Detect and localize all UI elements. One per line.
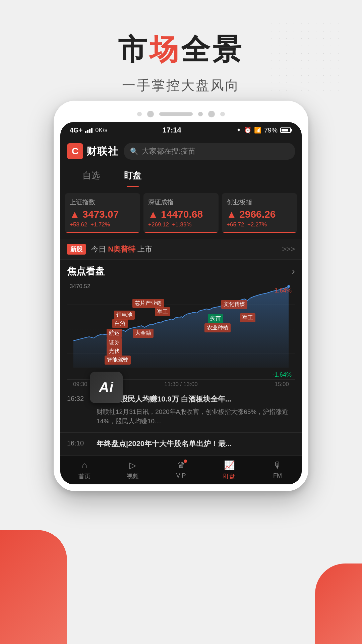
nav-tabs: 自选 盯盘 [60, 164, 302, 187]
page-title: 市场全景 [0, 30, 362, 69]
new-stock-name: N奥普特 [108, 245, 135, 253]
tab-active-indicator [127, 186, 139, 187]
ai-label: Ai [99, 379, 114, 395]
index-value-3: ▲ 2966.26 [227, 209, 292, 220]
phone-dot-4 [220, 112, 225, 116]
news-item-2[interactable]: 16:10 年终盘点|2020年十大牛股名单出炉！最... [60, 432, 302, 455]
sector-tag-lithium: 锂电池 [114, 311, 135, 320]
new-stock-text: 今日 N奥普特 上市 [91, 244, 152, 254]
sector-tag-agri: 农业种植 [204, 323, 231, 332]
index-change-3: +65.72 +2.27% [227, 221, 292, 228]
nav-item-video[interactable]: ▷ 视频 [109, 455, 157, 484]
index-name-1: 上证指数 [70, 198, 135, 207]
index-card-shzs[interactable]: 上证指数 ▲ 3473.07 +58.62 +1.72% [65, 193, 140, 233]
status-right: ✦ ⏰ 📶 79% [236, 126, 292, 134]
index-bar-2 [143, 232, 219, 233]
logo-icon: C [67, 143, 83, 159]
sector-tag-baijiu: 白酒 [112, 319, 128, 328]
home-label: 首页 [78, 472, 90, 480]
status-time: 17:14 [163, 126, 181, 135]
home-icon: ⌂ [82, 460, 87, 471]
video-label: 视频 [127, 472, 139, 480]
nav-item-dingpan[interactable]: 📈 盯盘 [205, 455, 253, 484]
red-shape-left [0, 530, 67, 644]
index-name-2: 深证成指 [148, 198, 214, 207]
tab-dingpan[interactable]: 盯盘 [112, 164, 154, 187]
battery-icon [280, 127, 292, 133]
bottom-nav: ⌂ 首页 ▷ 视频 ♛ VIP 📈 盯盘 🎙 FM [60, 455, 302, 484]
news-title-2: 年终盘点|2020年十大牛股名单出炉！最... [97, 439, 295, 449]
phone-screen: 4G+ 0K/s 17:14 ✦ ⏰ 📶 79% [60, 122, 302, 484]
phone-camera [198, 112, 203, 116]
vip-label: VIP [176, 472, 186, 479]
status-bar: 4G+ 0K/s 17:14 ✦ ⏰ 📶 79% [60, 122, 302, 138]
news-desc-1: 财联社12月31日讯，2020年A股收官，创业板指大涨65%，沪指涨近14%，股… [97, 407, 295, 426]
index-value-1: ▲ 3473.07 [70, 209, 135, 220]
index-change-1: +58.62 +1.72% [70, 221, 135, 228]
index-bar-3 [222, 232, 297, 233]
news-title-1: 2020年股民人均赚10.9万 白酒板块全年... [97, 394, 295, 405]
logo-name: 财联社 [86, 145, 119, 158]
battery-label: 79% [264, 126, 278, 134]
new-stock-banner[interactable]: 新股 今日 N奥普特 上市 >>> [60, 239, 302, 260]
chart-y-top: 3470.52 [70, 283, 90, 290]
index-card-szcz[interactable]: 深证成指 ▲ 14470.68 +269.12 +1.89% [143, 193, 219, 233]
focus-header: 焦点看盘 › [67, 265, 295, 278]
wifi-icon: 📶 [254, 126, 261, 134]
news-content-2: 年终盘点|2020年十大牛股名单出炉！最... [97, 439, 295, 449]
chart-time-end: 15:00 [275, 381, 289, 388]
alarm-icon: ⏰ [244, 126, 251, 134]
chart-percent-high: 1.64% [275, 287, 292, 294]
new-stock-arrow: >>> [282, 245, 295, 254]
search-placeholder: 大家都在搜:疫苗 [142, 146, 195, 156]
index-card-cyb[interactable]: 创业板指 ▲ 2966.26 +65.72 +2.27% [222, 193, 297, 233]
market-indices: 上证指数 ▲ 3473.07 +58.62 +1.72% 深证成指 ▲ 1447… [60, 187, 302, 239]
xingu-badge: 新股 [67, 244, 86, 255]
app-logo[interactable]: C 财联社 [67, 143, 119, 159]
sector-tag-finance: 大金融 [133, 329, 154, 338]
phone-top-bar [60, 107, 302, 122]
phone-dot-1 [137, 112, 142, 116]
fm-label: FM [273, 472, 282, 479]
vip-dot [184, 460, 187, 463]
phone-dot-3 [208, 111, 215, 117]
search-bar[interactable]: 🔍 大家都在搜:疫苗 [124, 143, 295, 160]
bluetooth-icon: ✦ [236, 126, 241, 134]
title-accent: 场 [149, 33, 181, 65]
index-value-2: ▲ 14470.68 [148, 209, 214, 220]
page-subtitle: 一手掌控大盘风向 [0, 76, 362, 95]
status-left: 4G+ 0K/s [70, 126, 107, 134]
sector-tag-securities: 证券 [107, 338, 122, 347]
focus-arrow[interactable]: › [292, 266, 295, 277]
red-shape-right [315, 564, 362, 644]
news-time-1: 16:32 [67, 394, 90, 426]
sector-tag-auto: 智能驾驶 [105, 356, 131, 365]
page-header: 市场全景 一手掌控大盘风向 [0, 0, 362, 108]
focus-title: 焦点看盘 [67, 265, 105, 278]
fm-icon: 🎙 [273, 460, 282, 471]
sector-tag-solar: 光伏 [107, 347, 122, 356]
focus-section: 焦点看盘 › 3470.52 1.64% -1.64% [60, 260, 302, 388]
data-speed: 0K/s [95, 127, 107, 134]
sector-tag-military1: 军工 [155, 307, 170, 316]
carrier-label: 4G+ [70, 126, 82, 134]
ai-button[interactable]: Ai [90, 372, 123, 403]
nav-item-vip[interactable]: ♛ VIP [157, 455, 205, 484]
phone-speaker [159, 112, 193, 116]
chart-svg [67, 280, 295, 378]
sector-tag-shipping: 航运 [107, 329, 122, 338]
nav-item-fm[interactable]: 🎙 FM [253, 455, 302, 484]
phone-wrapper: 4G+ 0K/s 17:14 ✦ ⏰ 📶 79% [54, 101, 308, 491]
index-bar-1 [65, 232, 140, 233]
dingpan-label: 盯盘 [223, 472, 235, 480]
dingpan-icon: 📈 [224, 460, 235, 471]
news-content-1: 2020年股民人均赚10.9万 白酒板块全年... 财联社12月31日讯，202… [97, 394, 295, 426]
chart-time-start: 09:30 [73, 381, 87, 388]
phone-frame: 4G+ 0K/s 17:14 ✦ ⏰ 📶 79% [54, 101, 308, 491]
tab-zixuan[interactable]: 自选 [70, 164, 112, 187]
nav-item-home[interactable]: ⌂ 首页 [60, 455, 109, 484]
sector-tag-media: 文化传媒 [221, 300, 247, 309]
search-icon: 🔍 [130, 147, 138, 155]
index-name-3: 创业板指 [227, 198, 292, 207]
video-icon: ▷ [129, 460, 136, 471]
